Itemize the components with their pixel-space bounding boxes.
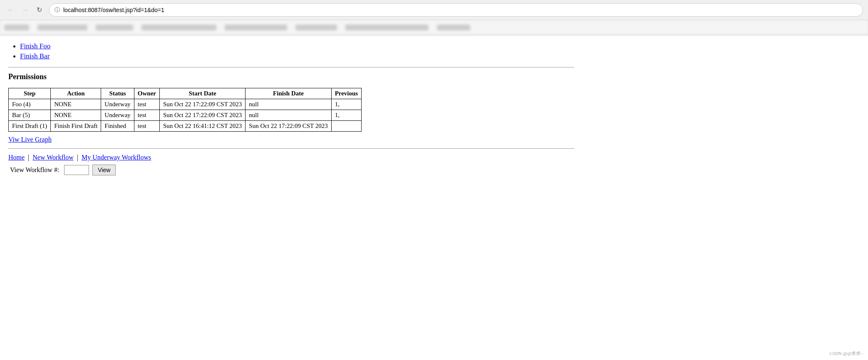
table-cell: 1, bbox=[331, 99, 362, 110]
browser-chrome: ← → ↻ ⓘ bbox=[0, 0, 868, 35]
col-status: Status bbox=[101, 88, 134, 99]
forward-button[interactable]: → bbox=[19, 4, 31, 16]
table-cell: test bbox=[134, 110, 159, 121]
table-cell: Bar (5) bbox=[9, 110, 51, 121]
separator-1: | bbox=[28, 154, 29, 161]
finish-foo-link[interactable]: Finish Foo bbox=[20, 42, 50, 50]
home-link[interactable]: Home bbox=[8, 154, 25, 161]
table-cell: Sun Oct 22 17:22:09 CST 2023 bbox=[160, 110, 246, 121]
col-step: Step bbox=[9, 88, 51, 99]
list-item: Finish Bar bbox=[20, 52, 574, 60]
table-cell: Underway bbox=[101, 99, 134, 110]
separator-2: | bbox=[77, 154, 78, 161]
security-icon: ⓘ bbox=[55, 6, 60, 14]
view-workflow-label: View Workflow #: bbox=[10, 166, 59, 174]
table-cell: Foo (4) bbox=[9, 99, 51, 110]
table-cell: null bbox=[246, 99, 331, 110]
view-button[interactable]: View bbox=[92, 165, 116, 175]
task-list: Finish Foo Finish Bar bbox=[8, 42, 574, 60]
permissions-heading: Permissions bbox=[8, 72, 574, 81]
table-body: Foo (4)NONEUnderwaytestSun Oct 22 17:22:… bbox=[9, 99, 362, 132]
back-button[interactable]: ← bbox=[5, 4, 17, 16]
table-row: First Draft (1)Finish First DraftFinishe… bbox=[9, 121, 362, 132]
table-cell: 1, bbox=[331, 110, 362, 121]
address-bar[interactable]: ⓘ bbox=[49, 3, 863, 17]
table-cell: NONE bbox=[51, 99, 101, 110]
col-previous: Previous bbox=[331, 88, 362, 99]
table-row: Bar (5)NONEUnderwaytestSun Oct 22 17:22:… bbox=[9, 110, 362, 121]
table-header-row: Step Action Status Owner Start Date Fini… bbox=[9, 88, 362, 99]
col-owner: Owner bbox=[134, 88, 159, 99]
table-cell: First Draft (1) bbox=[9, 121, 51, 132]
finish-bar-link[interactable]: Finish Bar bbox=[20, 52, 50, 60]
nav-links-row: Home | New Workflow | My Underway Workfl… bbox=[8, 154, 574, 161]
table-cell: null bbox=[246, 110, 331, 121]
workflow-table: Step Action Status Owner Start Date Fini… bbox=[8, 88, 362, 132]
page-content: Finish Foo Finish Bar Permissions Step A… bbox=[0, 35, 583, 182]
list-item: Finish Foo bbox=[20, 42, 574, 50]
new-workflow-link[interactable]: New Workflow bbox=[32, 154, 73, 161]
workflow-number-input[interactable] bbox=[64, 165, 89, 175]
browser-toolbar: ← → ↻ ⓘ bbox=[0, 0, 868, 20]
table-cell: Sun Oct 22 16:41:12 CST 2023 bbox=[160, 121, 246, 132]
table-cell: NONE bbox=[51, 110, 101, 121]
table-row: Foo (4)NONEUnderwaytestSun Oct 22 17:22:… bbox=[9, 99, 362, 110]
divider-2 bbox=[8, 148, 574, 149]
col-finish-date: Finish Date bbox=[246, 88, 331, 99]
view-workflow-row: View Workflow #: View bbox=[8, 165, 574, 175]
bookmarks-bar bbox=[0, 20, 868, 35]
table-cell: test bbox=[134, 99, 159, 110]
table-cell: Finish First Draft bbox=[51, 121, 101, 132]
table-cell bbox=[331, 121, 362, 132]
table-cell: Sun Oct 22 17:22:09 CST 2023 bbox=[160, 99, 246, 110]
bottom-nav: Home | New Workflow | My Underway Workfl… bbox=[8, 154, 574, 175]
nav-buttons: ← → ↻ bbox=[5, 4, 45, 16]
table-cell: Sun Oct 22 17:22:09 CST 2023 bbox=[246, 121, 331, 132]
url-input[interactable] bbox=[63, 7, 858, 13]
divider-1 bbox=[8, 67, 574, 68]
col-action: Action bbox=[51, 88, 101, 99]
reload-button[interactable]: ↻ bbox=[33, 4, 45, 16]
table-cell: test bbox=[134, 121, 159, 132]
live-graph-link[interactable]: Viw Live Graph bbox=[8, 136, 574, 143]
my-underway-workflows-link[interactable]: My Underway Workflows bbox=[82, 154, 151, 161]
table-cell: Underway bbox=[101, 110, 134, 121]
table-cell: Finished bbox=[101, 121, 134, 132]
col-start-date: Start Date bbox=[160, 88, 246, 99]
